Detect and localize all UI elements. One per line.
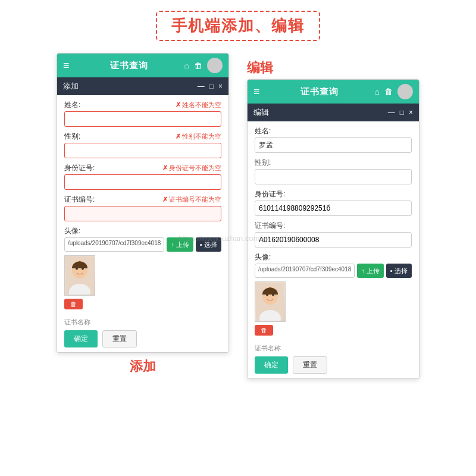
add-dialog-header: 添加 — □ ×	[57, 77, 228, 95]
edit-dialog-header: 编辑 — □ ×	[248, 104, 419, 121]
add-name-row: 姓名: ✗ 姓名不能为空	[64, 100, 221, 127]
edit-form-area: 姓名: document.currentScript.previousEleme…	[248, 121, 419, 378]
edit-person-svg	[256, 283, 284, 321]
add-minimize-btn[interactable]: —	[198, 82, 205, 90]
edit-photo-preview	[255, 281, 286, 322]
edit-delete-photo-btn[interactable]: 🗑	[255, 325, 273, 336]
add-gender-label: 性别:	[64, 131, 80, 142]
add-action-row: 确定 重置	[64, 330, 221, 347]
add-panel: ≡ 证书查询 ⌂ 🗑 添加 — □ ×	[57, 53, 229, 375]
add-person-svg	[65, 256, 94, 295]
edit-avatar[interactable]	[397, 84, 413, 99]
add-upload-btn[interactable]: ↑ 上传	[167, 237, 193, 252]
add-delete-photo-btn[interactable]: 🗑	[64, 299, 83, 309]
edit-gender-row: 性别:	[255, 158, 412, 184]
edit-name-row: 姓名: document.currentScript.previousEleme…	[255, 126, 412, 153]
page-title-area: 手机端添加、编辑	[0, 0, 476, 47]
add-photo-preview	[64, 255, 95, 296]
edit-name-label: 姓名:	[255, 126, 271, 136]
add-avatar[interactable]	[207, 58, 223, 73]
edit-close-btn[interactable]: ×	[409, 108, 413, 117]
add-name-error: ✗ 姓名不能为空	[176, 101, 221, 109]
edit-certnumber-label: 证书编号:	[255, 221, 285, 231]
edit-upload-row: /uploads/20190707/cd7f309ec4018 ↑ 上传 ▪ 选…	[255, 264, 412, 278]
edit-menu-icon[interactable]: ≡	[253, 86, 260, 98]
delete-icon: 🗑	[70, 300, 77, 308]
edit-photo-placeholder	[255, 282, 285, 321]
add-gender-input[interactable]	[64, 143, 221, 158]
add-dialog-controls: — □ ×	[198, 82, 223, 90]
add-upload-row: /uploads/20190707/cd7f309ec4018 ↑ 上传 ▪ 选…	[64, 237, 221, 252]
add-maximize-btn[interactable]: □	[209, 82, 214, 90]
add-idnumber-error: ✗ 身份证号不能为空	[162, 164, 221, 173]
edit-photo-path: /uploads/20190707/cd7f309ec4018	[255, 264, 355, 278]
add-panel-label: 添加	[57, 358, 229, 375]
edit-confirm-btn[interactable]: 确定	[255, 356, 288, 374]
add-certnumber-input[interactable]	[64, 206, 221, 221]
edit-gender-input[interactable]	[255, 169, 412, 184]
add-certnumber-row: 证书编号: ✗ 证书编号不能为空	[64, 195, 221, 221]
add-gender-error: ✗ 性别不能为空	[176, 132, 221, 141]
edit-gender-label: 性别:	[255, 158, 271, 168]
edit-idnumber-row: 身份证号: document.currentScript.previousEle…	[255, 189, 412, 216]
edit-maximize-btn[interactable]: □	[400, 108, 404, 117]
add-close-btn[interactable]: ×	[218, 82, 223, 90]
add-photo-path: /uploads/20190707/cd7f309ec4018	[64, 237, 164, 252]
edit-certnumber-input[interactable]	[255, 232, 412, 248]
add-form-area: 姓名: ✗ 姓名不能为空 性别: ✗ 性别不能为空	[57, 95, 228, 352]
add-idnumber-row: 身份证号: ✗ 身份证号不能为空	[64, 163, 221, 190]
edit-nav-title: 证书查询	[265, 86, 375, 98]
edit-upload-btn[interactable]: ↑ 上传	[357, 264, 384, 278]
select-icon: ▪	[200, 241, 202, 248]
panels-container: ≡ 证书查询 ⌂ 🗑 添加 — □ ×	[0, 47, 476, 385]
add-cert-name-label: 证书名称	[64, 318, 221, 327]
edit-trash-icon[interactable]: 🗑	[384, 87, 393, 96]
edit-select-btn[interactable]: ▪ 选择	[386, 264, 412, 278]
add-nav-icons: ⌂ 🗑	[184, 58, 223, 73]
add-idnumber-label: 身份证号:	[64, 163, 95, 173]
edit-select-icon: ▪	[390, 267, 393, 274]
edit-upload-icon: ↑	[361, 267, 365, 274]
add-select-btn[interactable]: ▪ 选择	[196, 237, 221, 252]
edit-photo-row: 头像: /uploads/20190707/cd7f309ec4018 ↑ 上传…	[255, 252, 412, 339]
add-reset-btn[interactable]: 重置	[102, 330, 137, 347]
edit-dialog-controls: — □ ×	[388, 108, 413, 117]
add-photo-row: 头像: /uploads/20190707/cd7f309ec4018 ↑ 上传…	[64, 226, 221, 313]
page-title: 手机端添加、编辑	[171, 17, 305, 35]
upload-icon: ↑	[171, 241, 174, 248]
add-idnumber-input[interactable]	[64, 174, 221, 190]
edit-panel: 编辑 ≡ 证书查询 ⌂ 🗑 编辑 — □ ×	[247, 59, 419, 379]
edit-action-row: 确定 重置	[255, 356, 412, 374]
add-home-icon[interactable]: ⌂	[184, 61, 189, 70]
edit-mobile-frame: ≡ 证书查询 ⌂ 🗑 编辑 — □ ×	[247, 79, 419, 379]
edit-idnumber-input[interactable]	[255, 201, 412, 216]
add-dialog-title: 添加	[63, 81, 79, 92]
edit-panel-top-label: 编辑	[247, 59, 273, 77]
edit-delete-icon: 🗑	[261, 327, 267, 334]
title-box: 手机端添加、编辑	[156, 11, 320, 41]
add-certnumber-error: ✗ 证书编号不能为空	[162, 195, 221, 204]
edit-nav-bar: ≡ 证书查询 ⌂ 🗑	[248, 80, 419, 104]
edit-dialog-title: 编辑	[253, 107, 269, 118]
edit-photo-label: 头像:	[255, 252, 271, 262]
edit-nav-icons: ⌂ 🗑	[375, 84, 413, 99]
add-photo-label: 头像:	[64, 226, 80, 236]
add-mobile-frame: ≡ 证书查询 ⌂ 🗑 添加 — □ ×	[57, 53, 229, 353]
edit-name-input[interactable]	[255, 137, 412, 153]
add-certnumber-label: 证书编号:	[64, 195, 95, 205]
edit-minimize-btn[interactable]: —	[388, 108, 395, 117]
add-trash-icon[interactable]: 🗑	[194, 61, 202, 70]
add-name-label: 姓名:	[64, 100, 80, 110]
add-nav-title: 证书查询	[74, 60, 184, 71]
add-gender-row: 性别: ✗ 性别不能为空	[64, 131, 221, 158]
edit-certnumber-row: 证书编号: document.currentScript.previousEle…	[255, 221, 412, 248]
add-nav-bar: ≡ 证书查询 ⌂ 🗑	[57, 54, 228, 77]
add-menu-icon[interactable]: ≡	[63, 60, 70, 72]
add-confirm-btn[interactable]: 确定	[64, 330, 98, 347]
add-photo-placeholder	[65, 256, 95, 295]
edit-cert-name-label: 证书名称	[255, 344, 412, 353]
edit-idnumber-label: 身份证号:	[255, 189, 285, 199]
edit-reset-btn[interactable]: 重置	[293, 356, 327, 374]
edit-home-icon[interactable]: ⌂	[375, 87, 380, 96]
add-name-input[interactable]	[64, 111, 221, 127]
